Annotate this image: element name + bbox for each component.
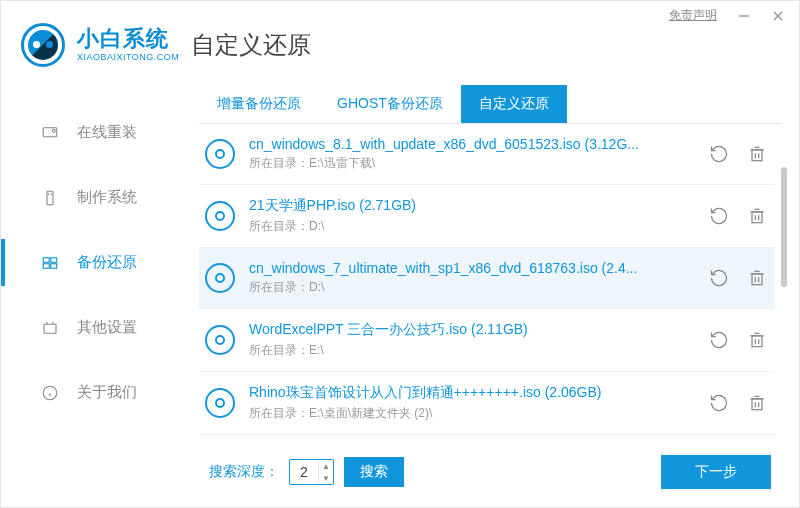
svg-rect-9 [51, 257, 57, 262]
item-title: cn_windows_7_ultimate_with_sp1_x86_dvd_6… [249, 260, 695, 276]
svg-rect-33 [752, 336, 762, 347]
list-item[interactable]: cn_windows_7_ultimate_with_sp1_x86_dvd_6… [199, 248, 775, 309]
disc-icon [205, 263, 235, 293]
tab-ghost[interactable]: GHOST备份还原 [319, 85, 461, 123]
sidebar-item-settings[interactable]: 其他设置 [1, 304, 191, 351]
svg-rect-38 [752, 399, 762, 410]
scrollbar-thumb[interactable] [781, 167, 787, 287]
restore-button[interactable] [709, 206, 729, 226]
list-item[interactable]: WordExcelPPT 三合一办公技巧.iso (2.11GB)所在目录：E:… [199, 309, 775, 372]
item-path: 所在目录：E:\ [249, 342, 695, 359]
info-icon [41, 384, 59, 402]
delete-button[interactable] [747, 393, 767, 413]
restore-button[interactable] [709, 330, 729, 350]
svg-rect-23 [752, 212, 762, 223]
backup-icon [41, 254, 59, 272]
search-button[interactable]: 搜索 [344, 457, 404, 487]
monitor-icon [41, 124, 59, 142]
item-title: WordExcelPPT 三合一办公技巧.iso (2.11GB) [249, 321, 695, 339]
delete-button[interactable] [747, 330, 767, 350]
svg-point-4 [52, 129, 55, 132]
sidebar-item-label: 在线重装 [77, 123, 137, 142]
svg-rect-18 [752, 150, 762, 161]
disclaimer-link[interactable]: 免责声明 [669, 7, 717, 24]
restore-button[interactable] [709, 393, 729, 413]
tab-custom[interactable]: 自定义还原 [461, 85, 567, 123]
sidebar: 在线重装 制作系统 备份还原 其他设置 关于我们 [1, 85, 191, 503]
item-path: 所在目录：D:\ [249, 218, 695, 235]
svg-rect-10 [43, 263, 49, 268]
svg-rect-12 [44, 324, 56, 333]
page-title: 自定义还原 [191, 29, 311, 61]
item-title: 21天学通PHP.iso (2.71GB) [249, 197, 695, 215]
item-title: cn_windows_8.1_with_update_x86_dvd_60515… [249, 136, 695, 152]
disc-icon [205, 139, 235, 169]
tab-incremental[interactable]: 增量备份还原 [199, 85, 319, 123]
sidebar-item-make-system[interactable]: 制作系统 [1, 174, 191, 221]
delete-button[interactable] [747, 144, 767, 164]
svg-rect-11 [51, 263, 57, 268]
item-path: 所在目录：E:\桌面\新建文件夹 (2)\ [249, 405, 695, 422]
restore-button[interactable] [709, 144, 729, 164]
svg-rect-8 [43, 257, 49, 262]
brand-name: 小白系统 [77, 28, 179, 50]
next-button[interactable]: 下一步 [661, 455, 771, 489]
usb-icon [41, 189, 59, 207]
svg-rect-5 [47, 191, 53, 205]
tab-bar: 增量备份还原 GHOST备份还原 自定义还原 [199, 85, 781, 124]
app-logo: 小白系统 XIAOBAIXITONG.COM [21, 23, 191, 67]
item-title: Rhino珠宝首饰设计从入门到精通++++++++.iso (2.06GB) [249, 384, 695, 402]
sidebar-item-label: 关于我们 [77, 383, 137, 402]
iso-list: cn_windows_8.1_with_update_x86_dvd_60515… [199, 124, 781, 441]
close-button[interactable] [771, 9, 785, 23]
list-item[interactable]: 21天学通PHP.iso (2.71GB)所在目录：D:\ [199, 185, 775, 248]
delete-button[interactable] [747, 268, 767, 288]
brand-domain: XIAOBAIXITONG.COM [77, 52, 179, 62]
svg-rect-28 [752, 274, 762, 285]
disc-icon [205, 388, 235, 418]
item-path: 所在目录：D:\ [249, 279, 695, 296]
sidebar-item-about[interactable]: 关于我们 [1, 369, 191, 416]
item-path: 所在目录：E:\迅雷下载\ [249, 155, 695, 172]
sidebar-item-reinstall[interactable]: 在线重装 [1, 109, 191, 156]
settings-icon [41, 319, 59, 337]
depth-up[interactable]: ▲ [319, 460, 333, 472]
depth-label: 搜索深度： [209, 463, 279, 481]
scrollbar[interactable] [781, 137, 787, 407]
depth-stepper[interactable]: ▲ ▼ [289, 459, 334, 485]
sidebar-item-backup-restore[interactable]: 备份还原 [1, 239, 191, 286]
depth-down[interactable]: ▼ [319, 472, 333, 484]
disc-icon [205, 325, 235, 355]
sidebar-item-label: 备份还原 [77, 253, 137, 272]
sidebar-item-label: 制作系统 [77, 188, 137, 207]
depth-input[interactable] [290, 460, 318, 484]
delete-button[interactable] [747, 206, 767, 226]
list-item[interactable]: Rhino珠宝首饰设计从入门到精通++++++++.iso (2.06GB)所在… [199, 372, 775, 435]
disc-icon [205, 201, 235, 231]
restore-button[interactable] [709, 268, 729, 288]
sidebar-item-label: 其他设置 [77, 318, 137, 337]
minimize-button[interactable] [737, 9, 751, 23]
list-item[interactable]: cn_windows_8.1_with_update_x86_dvd_60515… [199, 124, 775, 185]
